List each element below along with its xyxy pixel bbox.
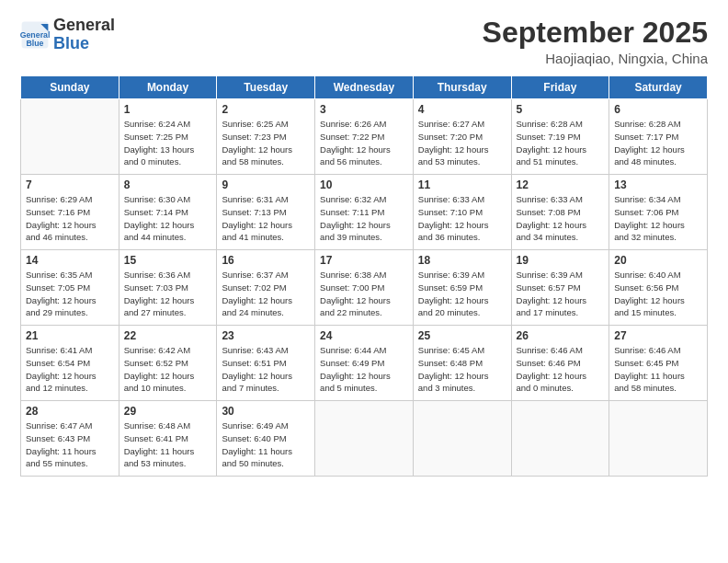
- table-cell: 7Sunrise: 6:29 AM Sunset: 7:16 PM Daylig…: [21, 175, 119, 250]
- table-cell: 28Sunrise: 6:47 AM Sunset: 6:43 PM Dayli…: [21, 401, 119, 477]
- day-info: Sunrise: 6:42 AM Sunset: 6:52 PM Dayligh…: [124, 344, 212, 395]
- table-cell: 29Sunrise: 6:48 AM Sunset: 6:41 PM Dayli…: [119, 401, 217, 477]
- day-info: Sunrise: 6:25 AM Sunset: 7:23 PM Dayligh…: [222, 118, 310, 168]
- day-number: 11: [418, 178, 506, 191]
- table-cell: 17Sunrise: 6:38 AM Sunset: 7:00 PM Dayli…: [315, 250, 414, 326]
- table-cell: 12Sunrise: 6:33 AM Sunset: 7:08 PM Dayli…: [511, 175, 609, 250]
- day-number: 15: [124, 254, 212, 267]
- day-number: 24: [320, 329, 408, 342]
- day-info: Sunrise: 6:35 AM Sunset: 7:05 PM Dayligh…: [26, 269, 114, 319]
- table-cell: 15Sunrise: 6:36 AM Sunset: 7:03 PM Dayli…: [119, 250, 217, 326]
- day-info: Sunrise: 6:49 AM Sunset: 6:40 PM Dayligh…: [222, 419, 310, 470]
- day-info: Sunrise: 6:38 AM Sunset: 7:00 PM Dayligh…: [320, 269, 408, 319]
- calendar-week-row: 14Sunrise: 6:35 AM Sunset: 7:05 PM Dayli…: [21, 250, 708, 326]
- day-info: Sunrise: 6:39 AM Sunset: 6:57 PM Dayligh…: [517, 269, 605, 319]
- day-info: Sunrise: 6:43 AM Sunset: 6:51 PM Dayligh…: [222, 344, 310, 395]
- page: General Blue General Blue September 2025…: [0, 0, 728, 563]
- day-number: 10: [320, 178, 408, 191]
- calendar: Sunday Monday Tuesday Wednesday Thursday…: [20, 75, 708, 477]
- table-cell: 16Sunrise: 6:37 AM Sunset: 7:02 PM Dayli…: [217, 250, 315, 326]
- day-number: 7: [26, 178, 114, 191]
- table-cell: 4Sunrise: 6:27 AM Sunset: 7:20 PM Daylig…: [413, 99, 511, 175]
- location-subtitle: Haojiaqiao, Ningxia, China: [483, 51, 708, 66]
- table-cell: 13Sunrise: 6:34 AM Sunset: 7:06 PM Dayli…: [609, 175, 708, 250]
- day-info: Sunrise: 6:28 AM Sunset: 7:19 PM Dayligh…: [517, 118, 605, 168]
- calendar-week-row: 28Sunrise: 6:47 AM Sunset: 6:43 PM Dayli…: [21, 401, 708, 477]
- col-sunday: Sunday: [21, 76, 119, 99]
- title-block: September 2025 Haojiaqiao, Ningxia, Chin…: [483, 17, 708, 66]
- table-cell: 6Sunrise: 6:28 AM Sunset: 7:17 PM Daylig…: [609, 99, 708, 175]
- day-number: 6: [614, 103, 702, 116]
- table-cell: 30Sunrise: 6:49 AM Sunset: 6:40 PM Dayli…: [217, 401, 315, 477]
- day-info: Sunrise: 6:40 AM Sunset: 6:56 PM Dayligh…: [614, 269, 702, 319]
- table-cell: 21Sunrise: 6:41 AM Sunset: 6:54 PM Dayli…: [21, 326, 119, 401]
- table-cell: 26Sunrise: 6:46 AM Sunset: 6:46 PM Dayli…: [511, 326, 609, 401]
- day-info: Sunrise: 6:37 AM Sunset: 7:02 PM Dayligh…: [222, 269, 310, 319]
- day-number: 28: [26, 405, 114, 418]
- calendar-week-row: 21Sunrise: 6:41 AM Sunset: 6:54 PM Dayli…: [21, 326, 708, 401]
- col-friday: Friday: [511, 76, 609, 99]
- header: General Blue General Blue September 2025…: [20, 17, 708, 66]
- day-info: Sunrise: 6:41 AM Sunset: 6:54 PM Dayligh…: [26, 344, 114, 395]
- logo: General Blue General Blue: [20, 17, 115, 53]
- day-info: Sunrise: 6:31 AM Sunset: 7:13 PM Dayligh…: [222, 193, 310, 244]
- day-info: Sunrise: 6:34 AM Sunset: 7:06 PM Dayligh…: [614, 193, 702, 244]
- day-info: Sunrise: 6:32 AM Sunset: 7:11 PM Dayligh…: [320, 193, 408, 244]
- day-number: 4: [418, 103, 506, 116]
- svg-text:Blue: Blue: [26, 39, 43, 48]
- day-number: 22: [124, 329, 212, 342]
- table-cell: 5Sunrise: 6:28 AM Sunset: 7:19 PM Daylig…: [511, 99, 609, 175]
- day-info: Sunrise: 6:47 AM Sunset: 6:43 PM Dayligh…: [26, 419, 114, 470]
- day-info: Sunrise: 6:44 AM Sunset: 6:49 PM Dayligh…: [320, 344, 408, 395]
- day-number: 27: [614, 329, 702, 342]
- table-cell: 18Sunrise: 6:39 AM Sunset: 6:59 PM Dayli…: [413, 250, 511, 326]
- calendar-week-row: 7Sunrise: 6:29 AM Sunset: 7:16 PM Daylig…: [21, 175, 708, 250]
- day-info: Sunrise: 6:30 AM Sunset: 7:14 PM Dayligh…: [124, 193, 212, 244]
- month-title: September 2025: [483, 17, 708, 49]
- day-info: Sunrise: 6:33 AM Sunset: 7:10 PM Dayligh…: [418, 193, 506, 244]
- day-number: 16: [222, 254, 310, 267]
- day-number: 25: [418, 329, 506, 342]
- day-number: 13: [614, 178, 702, 191]
- day-info: Sunrise: 6:29 AM Sunset: 7:16 PM Dayligh…: [26, 193, 114, 244]
- day-info: Sunrise: 6:46 AM Sunset: 6:46 PM Dayligh…: [517, 344, 605, 395]
- day-number: 19: [517, 254, 605, 267]
- logo-icon: General Blue: [20, 20, 50, 50]
- day-number: 17: [320, 254, 408, 267]
- day-number: 21: [26, 329, 114, 342]
- day-number: 23: [222, 329, 310, 342]
- day-info: Sunrise: 6:39 AM Sunset: 6:59 PM Dayligh…: [418, 269, 506, 319]
- table-cell: 14Sunrise: 6:35 AM Sunset: 7:05 PM Dayli…: [21, 250, 119, 326]
- day-number: 29: [124, 405, 212, 418]
- day-number: 5: [517, 103, 605, 116]
- table-cell: 11Sunrise: 6:33 AM Sunset: 7:10 PM Dayli…: [413, 175, 511, 250]
- day-info: Sunrise: 6:33 AM Sunset: 7:08 PM Dayligh…: [517, 193, 605, 244]
- day-info: Sunrise: 6:26 AM Sunset: 7:22 PM Dayligh…: [320, 118, 408, 168]
- table-cell: [413, 401, 511, 477]
- table-cell: 25Sunrise: 6:45 AM Sunset: 6:48 PM Dayli…: [413, 326, 511, 401]
- day-number: 3: [320, 103, 408, 116]
- day-info: Sunrise: 6:28 AM Sunset: 7:17 PM Dayligh…: [614, 118, 702, 168]
- calendar-week-row: 1Sunrise: 6:24 AM Sunset: 7:25 PM Daylig…: [21, 99, 708, 175]
- table-cell: 2Sunrise: 6:25 AM Sunset: 7:23 PM Daylig…: [217, 99, 315, 175]
- day-number: 1: [124, 103, 212, 116]
- col-wednesday: Wednesday: [315, 76, 414, 99]
- table-cell: [511, 401, 609, 477]
- table-cell: 22Sunrise: 6:42 AM Sunset: 6:52 PM Dayli…: [119, 326, 217, 401]
- table-cell: [609, 401, 708, 477]
- day-number: 20: [614, 254, 702, 267]
- day-info: Sunrise: 6:36 AM Sunset: 7:03 PM Dayligh…: [124, 269, 212, 319]
- day-number: 18: [418, 254, 506, 267]
- col-saturday: Saturday: [609, 76, 708, 99]
- table-cell: 8Sunrise: 6:30 AM Sunset: 7:14 PM Daylig…: [119, 175, 217, 250]
- calendar-header-row: Sunday Monday Tuesday Wednesday Thursday…: [21, 76, 708, 99]
- table-cell: 27Sunrise: 6:46 AM Sunset: 6:45 PM Dayli…: [609, 326, 708, 401]
- logo-text: General Blue: [53, 17, 115, 53]
- table-cell: 3Sunrise: 6:26 AM Sunset: 7:22 PM Daylig…: [315, 99, 414, 175]
- day-info: Sunrise: 6:27 AM Sunset: 7:20 PM Dayligh…: [418, 118, 506, 168]
- day-number: 9: [222, 178, 310, 191]
- col-monday: Monday: [119, 76, 217, 99]
- table-cell: 19Sunrise: 6:39 AM Sunset: 6:57 PM Dayli…: [511, 250, 609, 326]
- table-cell: 23Sunrise: 6:43 AM Sunset: 6:51 PM Dayli…: [217, 326, 315, 401]
- day-number: 12: [517, 178, 605, 191]
